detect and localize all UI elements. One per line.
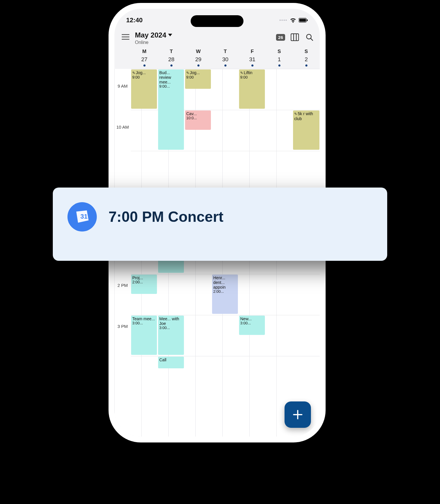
wifi-icon [290, 18, 296, 23]
app-header: May 2024 Online 26 [114, 29, 320, 46]
day-num: 27 [131, 56, 158, 63]
day-label: M [131, 46, 158, 56]
day-label: W [185, 46, 212, 56]
day-label: T [212, 46, 239, 56]
notification-card[interactable]: 31 7:00 PM Concert [53, 188, 387, 261]
status-time: 12:40 [126, 16, 143, 24]
event-fri-lifting[interactable]: ✎Liftin 9:00 [239, 69, 265, 109]
pencil-icon: ✎ [132, 71, 135, 75]
event-sun-5k[interactable]: ✎5k r with club [293, 110, 319, 150]
event-tue-call[interactable]: Call [158, 357, 184, 368]
battery-icon [299, 18, 308, 23]
event-tue-meet-joe[interactable]: Mee... with Joe 3:00... [158, 316, 184, 355]
view-columns-button[interactable] [290, 32, 300, 42]
day-label: S [293, 46, 320, 56]
day-col-mon[interactable]: M 27 [131, 46, 158, 69]
day-num: 2 [293, 56, 320, 63]
event-wed-jog[interactable]: ✎Jog... 9:00 [185, 69, 211, 89]
day-num: 29 [185, 56, 212, 63]
event-tue-budget[interactable]: Bud... review mee... 9:00... [158, 69, 184, 150]
svg-rect-3 [291, 34, 299, 41]
day-label: F [239, 46, 266, 56]
day-col-thu[interactable]: T 30 [212, 46, 239, 69]
day-num: 31 [239, 56, 266, 63]
pencil-icon: ✎ [186, 71, 189, 75]
chevron-down-icon [168, 34, 172, 37]
pencil-icon: ✎ [294, 112, 297, 116]
day-dot [224, 64, 226, 67]
pencil-icon: ✎ [240, 71, 243, 75]
svg-rect-1 [299, 19, 306, 22]
day-dot [170, 64, 172, 67]
search-button[interactable] [304, 32, 314, 42]
notch [191, 15, 243, 27]
day-header-row: M 27 T 28 W 29 T 30 F 31 [114, 46, 320, 69]
status-right: •••• [279, 18, 308, 23]
notification-text: 7:00 PM Concert [109, 208, 224, 225]
day-dot [251, 64, 253, 67]
svg-text:31: 31 [80, 213, 87, 220]
event-wed-cav[interactable]: Cav... 10:0... [185, 110, 211, 130]
day-dot [143, 64, 145, 67]
event-jog-mon[interactable]: ✎Jog... 9:00 [131, 69, 157, 109]
calendar-app-icon: 31 [67, 202, 97, 231]
day-col-wed[interactable]: W 29 [185, 46, 212, 69]
header-title-block[interactable]: May 2024 Online [135, 31, 273, 45]
event-fri-new[interactable]: New... 3:00... [239, 316, 265, 335]
cellular-icon: •••• [279, 18, 287, 23]
svg-rect-2 [307, 19, 308, 21]
day-label: S [266, 46, 293, 56]
add-event-button[interactable] [285, 401, 311, 428]
day-num: 30 [212, 56, 239, 63]
plus-icon [292, 409, 304, 420]
event-thu-dentist[interactable]: Henr... dent... appoin 2:00... [212, 275, 238, 314]
day-dot [305, 64, 307, 67]
day-num: 28 [158, 56, 185, 63]
day-col-sun[interactable]: S 2 [293, 46, 320, 69]
status-subtitle: Online [135, 40, 273, 45]
day-dot [278, 64, 280, 67]
today-button[interactable]: 26 [276, 34, 285, 41]
day-col-fri[interactable]: F 31 [239, 46, 266, 69]
event-mon-team[interactable]: Team mee... 3:00... [131, 316, 157, 355]
day-label: T [158, 46, 185, 56]
day-dot [197, 64, 199, 67]
menu-button[interactable] [120, 31, 131, 43]
month-title: May 2024 [135, 31, 166, 39]
event-mon-proj[interactable]: Proj... 2:00... [131, 275, 157, 294]
day-col-sat[interactable]: S 1 [266, 46, 293, 69]
day-num: 1 [266, 56, 293, 63]
day-col-tue[interactable]: T 28 [158, 46, 185, 69]
